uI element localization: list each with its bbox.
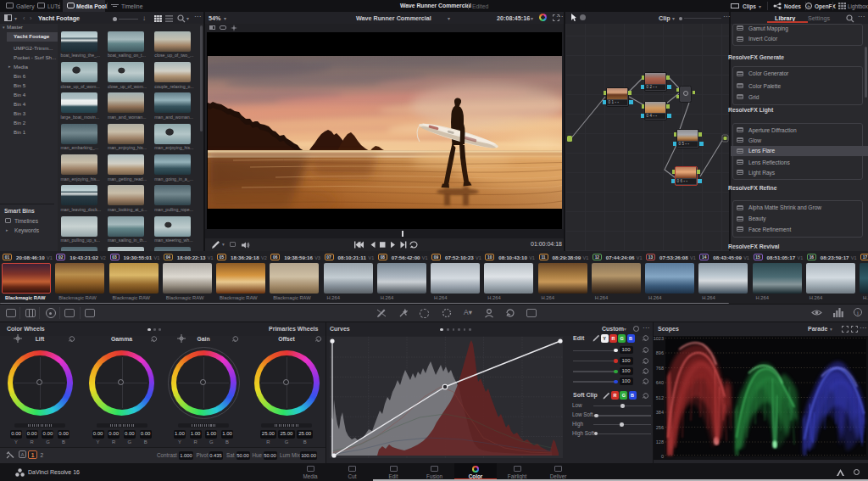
- svg-text:0: 0: [661, 454, 664, 459]
- svg-text:128: 128: [656, 439, 664, 445]
- svg-text:384: 384: [656, 410, 664, 415]
- svg-text:256: 256: [656, 425, 664, 430]
- svg-text:1023: 1023: [654, 336, 664, 341]
- svg-text:640: 640: [656, 380, 664, 385]
- svg-text:512: 512: [656, 395, 664, 400]
- svg-text:768: 768: [656, 366, 664, 371]
- svg-text:896: 896: [656, 350, 664, 355]
